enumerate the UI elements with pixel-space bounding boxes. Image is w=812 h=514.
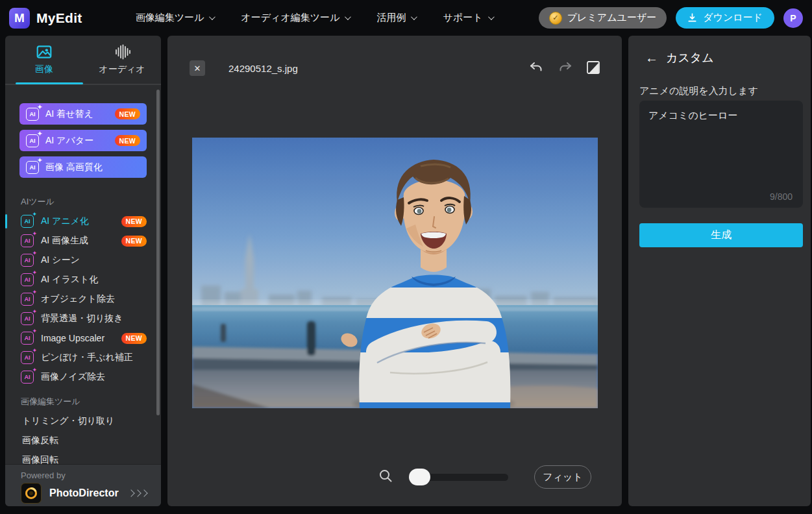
tab-image[interactable]: 画像 [5, 43, 83, 84]
ai-sparkle-icon: AI [26, 134, 39, 147]
new-badge: NEW [115, 135, 140, 146]
ai-sparkle-icon: AI [21, 273, 34, 286]
magnifier-icon[interactable] [378, 468, 393, 486]
ai-sparkle-icon: AI [21, 332, 34, 345]
sidebar-item-bg-removal[interactable]: AI 背景透過・切り抜き [5, 309, 161, 328]
nav-image-tools[interactable]: 画像編集ツール [136, 12, 214, 24]
download-button[interactable]: ダウンロード [676, 7, 774, 29]
ai-sparkle-icon: AI [26, 161, 39, 174]
anime-prompt-input[interactable]: アメコミのヒーロー [639, 101, 803, 208]
active-tab-underline [16, 82, 83, 84]
tab-audio[interactable]: オーディオ [83, 43, 161, 84]
nav-audio-tools[interactable]: オーディオ編集ツール [241, 12, 349, 24]
section-ai-tools: AIツール [21, 196, 161, 208]
sidebar-item-ai-anime[interactable]: AI AI アニメ化 NEW [5, 212, 161, 231]
fit-button[interactable]: フィット [534, 465, 591, 489]
canvas-area: ✕ 24290512_s.jpg [167, 36, 622, 506]
custom-panel: ← カスタム アニメの説明を入力します アメコミのヒーロー 9/800 生成 [628, 36, 811, 506]
generate-button[interactable]: 生成 [639, 223, 803, 247]
sidebar-item-image-upscaler[interactable]: AI Image Upscaler NEW [5, 328, 161, 348]
app: { "topbar": { "brand": "MyEdit", "nav": … [0, 0, 812, 514]
medal-icon: ✓ [549, 12, 562, 25]
ai-sparkle-icon: AI [21, 351, 34, 364]
top-bar: M MyEdit 画像編集ツール オーディオ編集ツール 活用例 サポート ✓ プ… [0, 0, 812, 36]
sidebar-footer: Powered by PhotoDirector [5, 464, 161, 506]
premium-user-badge[interactable]: ✓ プレミアムユーザー [539, 7, 667, 29]
ai-sparkle-icon: AI [21, 234, 34, 247]
new-badge: NEW [121, 333, 147, 344]
close-image-button[interactable]: ✕ [190, 60, 205, 76]
sidebar-item-deblur[interactable]: AI ピンぼけ・手ぶれ補正 [5, 348, 161, 367]
user-avatar[interactable]: P [783, 8, 803, 28]
ai-sparkle-icon: AI [21, 215, 34, 228]
sidebar-tabs: 画像 オーディオ [5, 36, 161, 84]
promo-buttons: AI AI 着せ替え NEW AI AI アバター NEW AI 画像 高画質化 [5, 85, 161, 178]
new-badge: NEW [121, 216, 147, 227]
myedit-logo-icon[interactable]: M [9, 8, 30, 29]
topbar-right: ✓ プレミアムユーザー ダウンロード P [539, 7, 803, 29]
waveform-icon [114, 43, 130, 60]
powered-by-label: Powered by [21, 471, 147, 480]
ai-sparkle-icon: AI [21, 254, 34, 267]
image-enhance-button[interactable]: AI 画像 高画質化 [19, 156, 147, 178]
image-filename: 24290512_s.jpg [228, 63, 298, 74]
ai-avatar-button[interactable]: AI AI アバター NEW [19, 130, 147, 151]
sidebar-item-flip[interactable]: 画像反転 [5, 431, 161, 450]
ai-sparkle-icon: AI [26, 108, 39, 121]
sidebar-item-ai-illustration[interactable]: AI AI イラスト化 [5, 270, 161, 289]
photodirector-logo-icon [21, 483, 42, 504]
chevron-down-icon [345, 14, 351, 20]
triple-chevron-icon[interactable] [129, 491, 147, 496]
zoom-slider[interactable] [409, 474, 508, 481]
section-image-edit-tools: 画像編集ツール [21, 396, 161, 408]
redo-button[interactable] [557, 59, 574, 76]
zoom-slider-thumb[interactable] [409, 469, 430, 485]
nav-support[interactable]: サポート [443, 12, 492, 24]
chevron-down-icon [209, 14, 215, 20]
nav-use-cases[interactable]: 活用例 [376, 12, 415, 24]
sidebar-item-crop[interactable]: トリミング・切り取り [5, 411, 161, 431]
ai-sparkle-icon: AI [21, 312, 34, 325]
sidebar-scrollbar[interactable] [156, 90, 160, 415]
photodirector-brand[interactable]: PhotoDirector [49, 487, 119, 499]
download-icon [687, 13, 697, 23]
undo-button[interactable] [528, 59, 545, 76]
sidebar-item-object-removal[interactable]: AI オブジェクト除去 [5, 289, 161, 309]
image-icon [36, 43, 53, 60]
compare-before-after-button[interactable] [585, 59, 602, 76]
ai-sparkle-icon: AI [21, 371, 34, 384]
main-nav: 画像編集ツール オーディオ編集ツール 活用例 サポート [136, 12, 493, 24]
back-arrow-icon[interactable]: ← [645, 51, 658, 64]
brand-name: MyEdit [36, 10, 82, 26]
canvas-image [192, 138, 598, 408]
new-badge: NEW [115, 108, 140, 119]
canvas-zoom-controls: フィット [167, 464, 622, 490]
sidebar: 画像 オーディオ AI AI 着せ替え NEW AI AI アバター NEW A… [5, 36, 161, 506]
chevron-down-icon [411, 14, 417, 20]
sidebar-item-denoise[interactable]: AI 画像ノイズ除去 [5, 367, 161, 387]
panel-title: カスタム [666, 50, 714, 66]
new-badge: NEW [121, 236, 147, 247]
ai-sparkle-icon: AI [21, 293, 34, 306]
ai-outfit-button[interactable]: AI AI 着せ替え NEW [19, 103, 147, 125]
sidebar-item-ai-scene[interactable]: AI AI シーン [5, 251, 161, 270]
tab-divider [5, 84, 161, 85]
prompt-description-label: アニメの説明を入力します [639, 85, 758, 97]
chevron-down-icon [487, 14, 494, 20]
sidebar-item-ai-image-gen[interactable]: AI AI 画像生成 NEW [5, 231, 161, 251]
